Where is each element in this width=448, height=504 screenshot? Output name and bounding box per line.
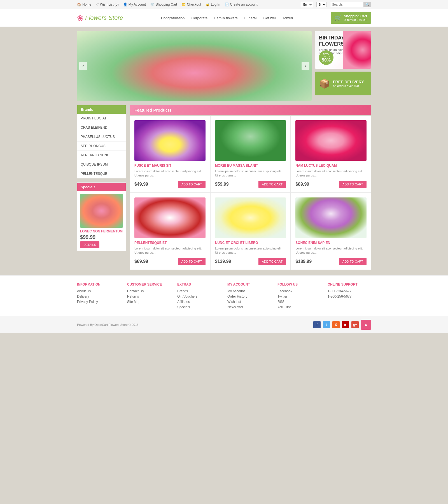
- brands-box: Brands PROIN FEUGIAT CRAS ELEIFEND PHASE…: [77, 105, 126, 178]
- product-desc-2: Lorem ipsum dolor sit aconsecteur adipis…: [215, 169, 286, 178]
- products-section: Featured Products FUSCE ET MAURIS SIT Lo…: [130, 105, 371, 270]
- featured-header: Featured Products: [130, 105, 371, 115]
- add-to-cart-button-6[interactable]: ADD TO CART: [339, 258, 367, 265]
- product-price-4: $69.99: [134, 259, 148, 264]
- add-to-cart-button-2[interactable]: ADD TO CART: [258, 181, 286, 188]
- nav-wishlist[interactable]: ♡ Wish List (0): [96, 3, 119, 6]
- product-card-6: SONEC ENIM SAPIEN Lorem ipsum dolor sit …: [291, 193, 371, 270]
- product-image-5: [215, 197, 286, 238]
- footer-gift-vouchers[interactable]: Gift Vouchers: [177, 295, 221, 298]
- hero-delivery-banner[interactable]: 📦 FREE DELIVERY on orders over $50: [315, 72, 371, 95]
- brand-item-7[interactable]: PELLENTESQUE: [77, 169, 126, 178]
- footer-privacy[interactable]: Privacy Policy: [77, 300, 120, 304]
- language-select[interactable]: En: [301, 2, 313, 7]
- nav-account[interactable]: 👤 My Account: [123, 3, 146, 6]
- top-bar: 🏠 Home ♡ Wish List (0) 👤 My Account 🛒 Sh…: [0, 0, 448, 9]
- products-grid: FUSCE ET MAURIS SIT Lorem ipsum dolor si…: [130, 116, 371, 270]
- nav-family-flowers[interactable]: Family flowers: [214, 16, 237, 20]
- nav-cart[interactable]: 🛒 Shopping Cart: [150, 3, 177, 6]
- product-desc-4: Lorem ipsum dolor sit aconsecteur adipis…: [134, 246, 206, 255]
- footer-follow-us-title: FOLLOW US: [277, 282, 321, 286]
- footer-customer-service-title: CUSTOMER SERVICE: [127, 282, 171, 286]
- specials-box: Specials LONEC NON FERMENTUM $99.99 DETA…: [77, 182, 126, 251]
- special-product-details-button[interactable]: DETAILS: [80, 241, 99, 248]
- nav-congratulation[interactable]: Congratulation: [161, 16, 185, 20]
- footer-affiliates[interactable]: Affiliates: [177, 300, 221, 304]
- footer-twitter[interactable]: Twitter: [277, 295, 321, 298]
- specials-title: Specials: [77, 183, 126, 191]
- logo-icon: ❀: [77, 13, 83, 23]
- footer-phone-2[interactable]: 1-800-256-5677: [328, 295, 371, 298]
- footer-facebook[interactable]: Facebook: [277, 289, 321, 293]
- footer-specials[interactable]: Specials: [177, 305, 221, 309]
- currency-select[interactable]: $: [316, 2, 327, 7]
- hero-birthday-banner[interactable]: BIRTHDAY FLOWERS Lorem ipsum dolor sit a…: [315, 31, 371, 69]
- nav-checkout[interactable]: 💳 Checkout: [181, 3, 201, 6]
- cart-icon: 🛒: [335, 15, 342, 21]
- social-youtube[interactable]: ▶: [342, 321, 349, 328]
- product-price-1: $49.99: [134, 182, 148, 187]
- footer-rss[interactable]: RSS: [277, 300, 321, 304]
- special-product-image: [80, 194, 123, 228]
- hero-prev-button[interactable]: ‹: [79, 62, 87, 70]
- brand-item-1[interactable]: PROIN FEUGIAT: [77, 114, 126, 123]
- product-image-2: [215, 120, 286, 161]
- product-footer-1: $49.99 ADD TO CART: [134, 181, 206, 188]
- nav-create-account[interactable]: 📄 Create an account: [225, 3, 258, 6]
- footer-youtube[interactable]: You Tube: [277, 305, 321, 309]
- special-product-price: $99.99: [80, 234, 123, 240]
- add-to-cart-button-5[interactable]: ADD TO CART: [258, 258, 286, 265]
- header: ❀ Flowers Store Congratulation Corporate…: [0, 9, 448, 27]
- footer-returns[interactable]: Returns: [127, 295, 171, 298]
- social-googleplus[interactable]: g+: [351, 321, 359, 328]
- footer-brands[interactable]: Brands: [177, 289, 221, 293]
- add-to-cart-button-4[interactable]: ADD TO CART: [178, 258, 206, 265]
- footer-newsletter[interactable]: Newsletter: [227, 305, 271, 309]
- product-card-5: NUNC ET ORCI ET LIBERO Lorem ipsum dolor…: [211, 193, 291, 270]
- footer-my-account-title: MY ACCOUNT: [227, 282, 271, 286]
- brand-item-2[interactable]: CRAS ELEIFEND: [77, 123, 126, 132]
- social-links: f t ♻ ▶ g+ ▲: [313, 320, 371, 330]
- brand-item-4[interactable]: SED RHONCUS: [77, 142, 126, 151]
- search-button[interactable]: 🔍: [364, 2, 371, 7]
- brand-item-6[interactable]: QUISQUE IPSUM: [77, 160, 126, 169]
- footer-order-history[interactable]: Order History: [227, 295, 271, 298]
- nav-funeral[interactable]: Funeral: [244, 16, 256, 20]
- logo[interactable]: ❀ Flowers Store: [77, 13, 123, 23]
- footer-information-title: INFORMATION: [77, 282, 120, 286]
- social-rss[interactable]: ♻: [332, 321, 340, 328]
- search-input[interactable]: [330, 2, 364, 7]
- footer-wish-list[interactable]: Wish List: [227, 300, 271, 304]
- nav-home[interactable]: 🏠 Home: [77, 3, 91, 6]
- nav-corporate[interactable]: Corporate: [192, 16, 208, 20]
- scroll-top-button[interactable]: ▲: [361, 320, 371, 330]
- nav-get-well[interactable]: Get well: [263, 16, 276, 20]
- hero-next-button[interactable]: ›: [302, 62, 309, 70]
- footer-contact-us[interactable]: Contact Us: [127, 289, 171, 293]
- footer-online-support: ONLINE SUPPORT 1-800-234-5677 1-800-256-…: [328, 282, 371, 310]
- cart-widget[interactable]: 🛒 Shopping Cart 0 item(s) - $0.00: [331, 12, 371, 24]
- footer-phone-1[interactable]: 1-800-234-5677: [328, 289, 371, 293]
- cart-info: Shopping Cart 0 item(s) - $0.00: [344, 14, 367, 22]
- brand-item-3[interactable]: PHASELLUS LUCTUS: [77, 132, 126, 142]
- product-card-1: FUSCE ET MAURIS SIT Lorem ipsum dolor si…: [130, 116, 210, 192]
- nav-mixed[interactable]: Mixed: [283, 16, 293, 20]
- product-name-6: SONEC ENIM SAPIEN: [295, 241, 367, 245]
- brand-item-5[interactable]: AENEAN ID NUNC: [77, 151, 126, 160]
- footer-my-account-link[interactable]: My Account: [227, 289, 271, 293]
- footer-delivery[interactable]: Delivery: [77, 295, 120, 298]
- footer-site-map[interactable]: Site Map: [127, 300, 171, 304]
- top-nav: 🏠 Home ♡ Wish List (0) 👤 My Account 🛒 Sh…: [77, 3, 258, 6]
- add-to-cart-button-3[interactable]: ADD TO CART: [339, 181, 367, 188]
- social-twitter[interactable]: t: [323, 321, 330, 328]
- footer-columns: INFORMATION About Us Delivery Privacy Po…: [77, 282, 371, 316]
- social-facebook[interactable]: f: [313, 321, 321, 328]
- nav-login[interactable]: 🔒 Log In: [206, 3, 220, 6]
- footer-about-us[interactable]: About Us: [77, 289, 120, 293]
- special-product-name: LONEC NON FERMENTUM: [80, 229, 123, 233]
- main-section: Brands PROIN FEUGIAT CRAS ELEIFEND PHASE…: [77, 105, 371, 270]
- copyright: Powered By OpenCart Flowers Store © 2013: [77, 323, 139, 326]
- footer-online-support-title: ONLINE SUPPORT: [328, 282, 371, 286]
- product-price-3: $89.99: [295, 182, 309, 187]
- add-to-cart-button-1[interactable]: ADD TO CART: [178, 181, 206, 188]
